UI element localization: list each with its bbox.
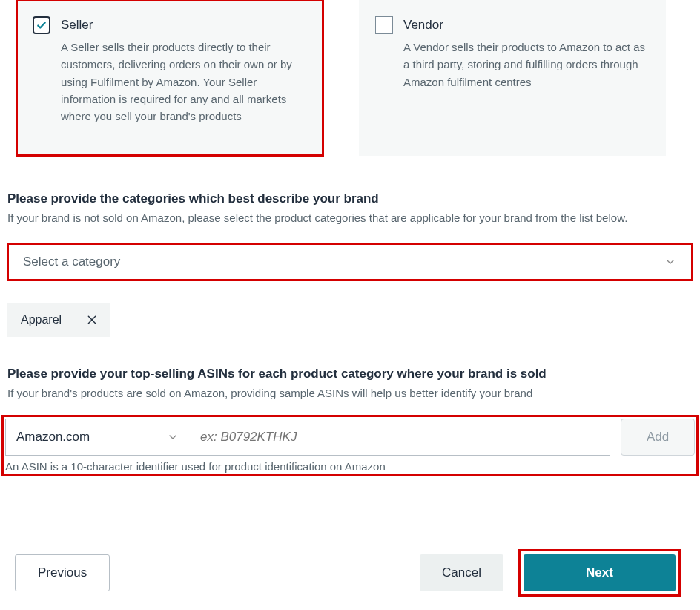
category-select-placeholder: Select a category xyxy=(23,255,664,269)
previous-button[interactable]: Previous xyxy=(15,554,110,591)
tag-label: Apparel xyxy=(21,313,62,327)
asin-input-group: Amazon.com Add An ASIN is a 10-character… xyxy=(1,415,699,476)
add-asin-button[interactable]: Add xyxy=(621,419,695,456)
checkmark-icon xyxy=(36,20,47,30)
asin-section: Please provide your top-selling ASINs fo… xyxy=(0,367,700,401)
chevron-down-icon xyxy=(664,255,677,269)
asin-subtext: If your brand's products are sold on Ama… xyxy=(7,384,693,401)
categories-section: Please provide the categories which best… xyxy=(0,191,700,280)
next-button[interactable]: Next xyxy=(524,554,676,591)
asin-heading: Please provide your top-selling ASINs fo… xyxy=(7,367,693,381)
seller-checkbox[interactable] xyxy=(33,16,50,34)
remove-tag-button[interactable] xyxy=(85,313,99,327)
wizard-footer: Previous Cancel Next xyxy=(0,549,700,597)
chevron-down-icon xyxy=(166,430,179,444)
asin-input[interactable] xyxy=(190,419,610,456)
vendor-option-card[interactable]: Vendor A Vendor sells their products to … xyxy=(359,0,666,156)
selected-category-tag: Apparel xyxy=(7,303,110,337)
seller-title: Seller xyxy=(61,16,93,34)
marketplace-value: Amazon.com xyxy=(16,430,166,445)
vendor-title: Vendor xyxy=(403,16,443,34)
selling-account-options: Seller A Seller sells their products dir… xyxy=(0,0,700,156)
categories-heading: Please provide the categories which best… xyxy=(7,191,693,206)
marketplace-select[interactable]: Amazon.com xyxy=(5,419,191,456)
asin-helper-text: An ASIN is a 10-character identifier use… xyxy=(4,460,696,474)
category-select[interactable]: Select a category xyxy=(7,243,693,281)
cancel-button[interactable]: Cancel xyxy=(420,554,503,591)
close-icon xyxy=(86,314,98,326)
categories-subtext: If your brand is not sold on Amazon, ple… xyxy=(7,209,693,226)
vendor-checkbox[interactable] xyxy=(375,16,393,34)
seller-description: A Seller sells their products directly t… xyxy=(61,39,304,125)
next-button-highlight: Next xyxy=(518,549,681,597)
vendor-description: A Vendor sells their products to Amazon … xyxy=(403,39,647,91)
seller-option-card[interactable]: Seller A Seller sells their products dir… xyxy=(16,0,323,156)
